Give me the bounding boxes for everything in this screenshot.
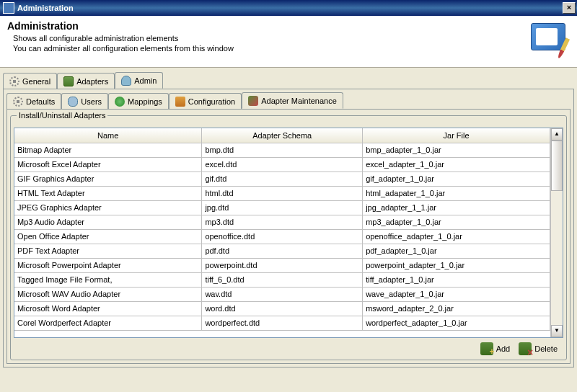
cell-name: Open Office Adapter: [14, 229, 202, 244]
table-row[interactable]: JPEG Graphics Adapterjpg.dtdjpg_adapter_…: [14, 200, 550, 215]
table-row[interactable]: Mp3 Audio Adaptermp3.dtdmp3_adapter_1_0.…: [14, 215, 550, 229]
tab-defaults[interactable]: Defaults: [6, 93, 61, 109]
cell-schema: excel.dtd: [202, 157, 363, 172]
admin-folder-icon: [529, 20, 570, 61]
cell-name: Corel Wordperfect Adapter: [14, 316, 202, 330]
globe-icon: [115, 97, 125, 107]
scroll-thumb[interactable]: [551, 141, 563, 191]
table-row[interactable]: HTML Text Adapterhtml.dtdhtml_adapater_1…: [14, 186, 550, 200]
table-row[interactable]: PDF Text Adapterpdf.dtdpdf_adapter_1_0.j…: [14, 244, 550, 258]
user-icon: [121, 76, 131, 86]
cell-schema: word.dtd: [202, 301, 363, 316]
cell-name: Bitmap Adapter: [14, 143, 202, 157]
tab-mappings[interactable]: Mappings: [108, 93, 169, 109]
cell-schema: gif.dtd: [202, 172, 363, 186]
tab-label: Admin: [134, 76, 157, 85]
add-label: Add: [496, 344, 511, 353]
cell-jar: gif_adapter_1_0.jar: [363, 172, 550, 186]
tab-adapter-maintenance[interactable]: Adapter Maintenance: [242, 92, 343, 109]
table-row[interactable]: Microsoft WAV Audio Adapterwav.dtdwave_a…: [14, 287, 550, 301]
table-row[interactable]: Microsoft Powerpoint Adapterpowerpoint.d…: [14, 258, 550, 272]
cell-jar: wave_adapter_1_0.jar: [363, 287, 550, 301]
adapters-table: Name Adapter Schema Jar File Bitmap Adap…: [14, 128, 550, 331]
cell-jar: tiff_adapter_1_0.jar: [363, 272, 550, 287]
tab-label: Defaults: [26, 97, 55, 106]
gear-icon: [13, 97, 23, 107]
tab-label: Adapter Maintenance: [261, 97, 337, 105]
cell-name: JPEG Graphics Adapter: [14, 200, 202, 215]
cell-name: PDF Text Adapter: [14, 244, 202, 258]
cell-jar: jpg_adapter_1_1.jar: [363, 200, 550, 215]
cell-jar: pdf_adapter_1_0.jar: [363, 244, 550, 258]
cell-schema: pdf.dtd: [202, 244, 363, 258]
delete-icon: [519, 342, 532, 355]
cell-name: Microsoft WAV Audio Adapter: [14, 287, 202, 301]
table-row[interactable]: GIF Graphics Adaptergif.dtdgif_adapter_1…: [14, 172, 550, 186]
table-row[interactable]: Tagged Image File Format,tiff_6_0.dtdtif…: [14, 272, 550, 287]
scroll-track[interactable]: [551, 141, 563, 325]
cell-jar: wordperfect_adapter_1_0.jar: [363, 316, 550, 330]
cell-schema: wordperfect.dtd: [202, 316, 363, 330]
cell-name: Microsoft Powerpoint Adapter: [14, 258, 202, 272]
page-subtitle-2: You can administer all configuration ele…: [7, 43, 529, 53]
fieldset-legend: Install/Uninstall Adapters: [17, 111, 107, 120]
col-jar[interactable]: Jar File: [363, 128, 550, 143]
page-subtitle-1: Shows all configurable administration el…: [7, 33, 529, 43]
scroll-up-button[interactable]: ▲: [551, 128, 563, 141]
table-row[interactable]: Microsoft Excel Adapterexcel.dtdexcel_ad…: [14, 157, 550, 172]
tab-general[interactable]: General: [3, 73, 57, 89]
app-icon: [3, 2, 14, 14]
cell-schema: tiff_6_0.dtd: [202, 272, 363, 287]
cell-name: HTML Text Adapter: [14, 186, 202, 200]
main-tabs: General Adapters Admin: [3, 72, 574, 89]
titlebar: Administration ×: [0, 0, 577, 16]
drive-icon: [63, 76, 74, 86]
cell-jar: msword_adapter_2_0.jar: [363, 301, 550, 316]
cell-schema: bmp.dtd: [202, 143, 363, 157]
cell-jar: openoffice_adapter_1_0.jar: [363, 229, 550, 244]
window-title: Administration: [17, 4, 563, 12]
tab-admin[interactable]: Admin: [115, 72, 163, 89]
cell-name: Microsoft Excel Adapter: [14, 157, 202, 172]
tab-label: Mappings: [128, 97, 162, 106]
table-row[interactable]: Bitmap Adapterbmp.dtdbmp_adapter_1_0.jar: [14, 143, 550, 157]
col-name[interactable]: Name: [14, 128, 202, 143]
cell-jar: powerpoint_adapter_1_0.jar: [363, 258, 550, 272]
cell-name: Mp3 Audio Adapter: [14, 215, 202, 229]
cell-schema: jpg.dtd: [202, 200, 363, 215]
users-icon: [68, 97, 78, 107]
cell-jar: bmp_adapter_1_0.jar: [363, 143, 550, 157]
close-button[interactable]: ×: [563, 2, 576, 14]
tab-adapters[interactable]: Adapters: [57, 73, 115, 89]
cell-jar: mp3_adapter_1_0.jar: [363, 215, 550, 229]
cell-jar: excel_adapter_1_0.jar: [363, 157, 550, 172]
cell-schema: mp3.dtd: [202, 215, 363, 229]
tab-label: Configuration: [188, 97, 235, 106]
cell-schema: wav.dtd: [202, 287, 363, 301]
delete-button[interactable]: Delete: [519, 342, 558, 355]
table-row[interactable]: Microsoft Word Adapterword.dtdmsword_ada…: [14, 301, 550, 316]
cell-schema: openoffice.dtd: [202, 229, 363, 244]
scroll-down-button[interactable]: ▼: [551, 325, 563, 337]
vertical-scrollbar[interactable]: ▲ ▼: [550, 128, 563, 337]
config-icon: [175, 97, 185, 107]
delete-label: Delete: [534, 344, 558, 353]
cell-name: GIF Graphics Adapter: [14, 172, 202, 186]
cell-name: Tagged Image File Format,: [14, 272, 202, 287]
col-schema[interactable]: Adapter Schema: [202, 128, 363, 143]
tab-configuration[interactable]: Configuration: [169, 93, 242, 109]
cell-schema: html.dtd: [202, 186, 363, 200]
cell-schema: powerpoint.dtd: [202, 258, 363, 272]
add-button[interactable]: Add: [480, 342, 511, 355]
tab-label: Adapters: [76, 77, 108, 86]
cell-name: Microsoft Word Adapter: [14, 301, 202, 316]
tab-users[interactable]: Users: [61, 93, 108, 109]
gear-icon: [9, 76, 19, 86]
page-title: Administration: [7, 20, 529, 32]
sub-tabs: Defaults Users Mappings Configuration Ad…: [6, 92, 571, 109]
table-row[interactable]: Corel Wordperfect Adapterwordperfect.dtd…: [14, 316, 550, 330]
adapters-fieldset: Install/Uninstall Adapters Name Adapter …: [10, 115, 567, 360]
tab-label: General: [22, 77, 50, 86]
header-panel: Administration Shows all configurable ad…: [0, 16, 577, 68]
table-row[interactable]: Open Office Adapteropenoffice.dtdopenoff…: [14, 229, 550, 244]
